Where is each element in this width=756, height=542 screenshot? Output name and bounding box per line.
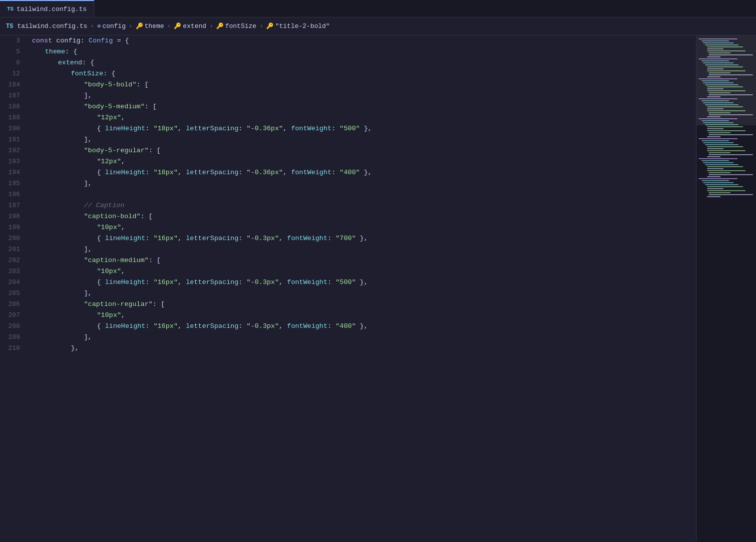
punct-token: : xyxy=(239,322,247,330)
minimap-line xyxy=(707,88,724,89)
punct-token: : { xyxy=(65,48,77,55)
str-token: "500" xyxy=(336,278,356,286)
punct-token: { xyxy=(97,125,105,132)
punct-token: }, xyxy=(356,235,368,242)
minimap-line xyxy=(707,128,724,129)
punct-token: , xyxy=(121,311,125,319)
minimap-line xyxy=(707,46,743,47)
line-number: 209 xyxy=(0,332,30,343)
punct-token: : xyxy=(145,322,153,330)
prop-token: theme xyxy=(45,48,65,55)
line-number: 5 xyxy=(0,46,30,57)
file-label: tailwind.config.ts xyxy=(17,22,87,30)
punct-token: , xyxy=(279,235,287,242)
prop-token: letterSpacing xyxy=(186,235,238,242)
prop-token: fontWeight xyxy=(291,125,332,132)
comment-token: // Caption xyxy=(84,202,124,209)
active-tab[interactable]: TS tailwind.config.ts xyxy=(0,0,94,17)
minimap-line xyxy=(709,194,753,195)
punct-token: , xyxy=(178,169,186,176)
minimap-line xyxy=(709,192,731,193)
code-line: 209], xyxy=(0,332,696,343)
punct-token: : xyxy=(332,169,340,176)
code-line: 198"caption-bold": [ xyxy=(0,211,696,222)
line-content: "body-5-regular": [ xyxy=(30,145,696,156)
breadcrumb-fontsize[interactable]: 🔑 fontSize xyxy=(216,22,256,30)
code-line: 5theme: { xyxy=(0,46,696,57)
code-line: 3const config: Config = { xyxy=(0,35,696,46)
minimap-line xyxy=(707,130,746,131)
line-number: 204 xyxy=(0,277,30,288)
minimap-line xyxy=(709,74,753,75)
minimap-line xyxy=(707,70,746,71)
punct-token: , xyxy=(283,169,291,176)
line-content: const config: Config = { xyxy=(30,35,696,46)
main-code[interactable]: 3const config: Config = {5theme: {6exten… xyxy=(0,35,696,542)
code-line: 189"12px", xyxy=(0,112,696,123)
prop-token: fontWeight xyxy=(287,322,328,330)
minimap-line xyxy=(707,106,743,107)
minimap-line xyxy=(707,126,743,127)
minimap-line xyxy=(707,66,743,67)
minimap-line xyxy=(705,144,739,145)
minimap-line xyxy=(703,142,734,143)
line-content: "10px", xyxy=(30,266,696,277)
minimap-line xyxy=(703,182,734,183)
punct-token: : xyxy=(328,322,336,330)
sep-3: › xyxy=(167,22,171,30)
minimap-line xyxy=(709,52,731,53)
str-token: "10px" xyxy=(97,224,121,231)
minimap-line xyxy=(707,108,724,109)
prop-token: lineHeight xyxy=(105,169,145,176)
minimap-line xyxy=(709,112,731,113)
code-line: 199"10px", xyxy=(0,222,696,233)
line-content: "12px", xyxy=(30,112,696,123)
line-content: "10px", xyxy=(30,222,696,233)
minimap-line xyxy=(707,190,746,191)
breadcrumb-theme[interactable]: 🔑 theme xyxy=(136,22,164,30)
prop-token: fontWeight xyxy=(287,235,328,242)
minimap-line xyxy=(707,136,721,137)
code-line: 205], xyxy=(0,288,696,299)
line-number: 188 xyxy=(0,101,30,112)
minimap-line xyxy=(699,38,738,39)
punct-token: : [ xyxy=(140,213,152,220)
punct-token: : xyxy=(145,125,153,132)
punct-token: , xyxy=(121,158,125,165)
line-content: { lineHeight: "18px", letterSpacing: "-0… xyxy=(30,123,696,134)
code-line: 200{ lineHeight: "16px", letterSpacing: … xyxy=(0,233,696,244)
line-content: "caption-regular": [ xyxy=(30,299,696,310)
minimap-line xyxy=(707,116,721,117)
str-token: "caption-medium" xyxy=(84,257,149,264)
punct-token: , xyxy=(121,268,125,275)
breadcrumb-config[interactable]: ⊕ config xyxy=(97,22,126,30)
minimap-line xyxy=(707,148,724,149)
line-content: "body-5-medium": [ xyxy=(30,101,696,112)
breadcrumb-extend[interactable]: 🔑 extend xyxy=(174,22,206,30)
str-token: "18px" xyxy=(153,169,178,176)
prop-token: fontWeight xyxy=(287,278,328,286)
editor-container: TS tailwind.config.ts TS tailwind.config… xyxy=(0,0,756,542)
breadcrumb-extend-label: extend xyxy=(183,22,206,30)
code-line: 191], xyxy=(0,134,696,145)
line-content: ], xyxy=(30,288,696,299)
breadcrumb-file[interactable]: tailwind.config.ts xyxy=(17,22,87,30)
line-number: 194 xyxy=(0,167,30,178)
str-token: "body-5-medium" xyxy=(84,103,145,110)
code-line: 190{ lineHeight: "18px", letterSpacing: … xyxy=(0,123,696,134)
line-number: 203 xyxy=(0,266,30,277)
str-token: "-0.3px" xyxy=(247,322,279,330)
minimap-line xyxy=(702,140,730,141)
breadcrumb-current[interactable]: 🔑 "title-2-bold" xyxy=(266,22,330,30)
minimap-line xyxy=(709,172,731,173)
str-token: "10px" xyxy=(97,268,121,275)
punct-token: , xyxy=(178,235,186,242)
minimap-line xyxy=(699,58,738,59)
minimap-line xyxy=(703,42,734,43)
sep-1: › xyxy=(90,22,94,30)
code-line: 6extend: { xyxy=(0,57,696,68)
code-line: 195], xyxy=(0,178,696,189)
sep-4: › xyxy=(209,22,213,30)
minimap-line xyxy=(705,124,739,125)
minimap-line xyxy=(699,118,738,119)
